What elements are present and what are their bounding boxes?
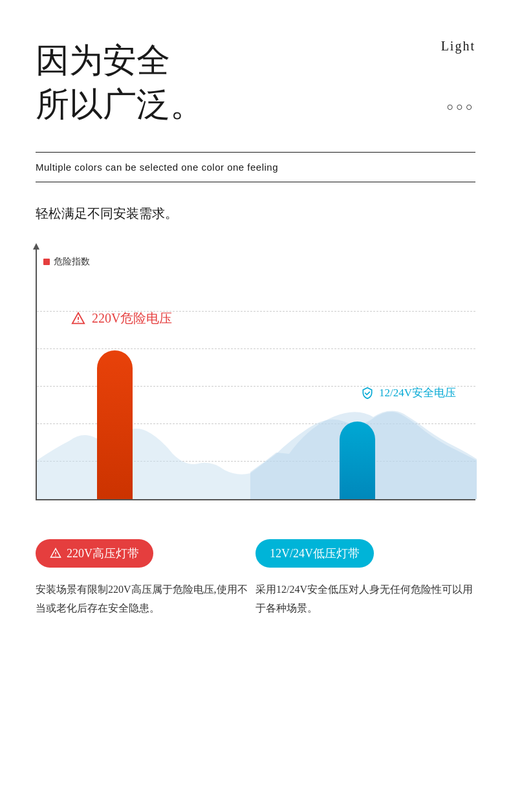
description-section: 轻松满足不同安装需求。 bbox=[0, 182, 511, 235]
page-container: 因为安全 所以广泛。 Light ○○○ Multiple colors can… bbox=[0, 0, 511, 812]
description-text: 轻松满足不同安装需求。 bbox=[36, 205, 475, 222]
badge-12v: 12V/24V低压灯带 bbox=[256, 539, 374, 568]
danger-index-label: 危险指数 bbox=[43, 256, 90, 268]
badge-warning-icon bbox=[50, 548, 61, 559]
voltage-12-label: 12/24V安全电压 bbox=[361, 385, 456, 400]
top-hr bbox=[36, 152, 475, 153]
svg-point-1 bbox=[78, 321, 79, 322]
svg-point-3 bbox=[55, 555, 56, 557]
danger-dot bbox=[43, 259, 50, 265]
badges-section: 220V高压灯带 安装场景有限制220V高压属于危险电压,使用不当或老化后存在安… bbox=[0, 539, 511, 637]
blue-bar bbox=[340, 422, 375, 499]
main-title: 因为安全 所以广泛。 bbox=[36, 39, 475, 126]
red-bar bbox=[97, 350, 133, 499]
subtitle-text: Multiple colors can be selected one colo… bbox=[36, 162, 475, 173]
divider-section: Multiple colors can be selected one colo… bbox=[0, 126, 511, 182]
badge-left: 220V高压灯带 安装场景有限制220V高压属于危险电压,使用不当或老化后存在安… bbox=[36, 539, 256, 618]
dots-decoration: ○○○ bbox=[446, 100, 475, 114]
header-section: 因为安全 所以广泛。 Light ○○○ bbox=[0, 0, 511, 126]
badge-220v: 220V高压灯带 bbox=[36, 539, 153, 568]
voltage-220-label: 220V危险电压 bbox=[71, 310, 172, 327]
chart-container: 危险指数 bbox=[36, 248, 475, 520]
x-axis bbox=[36, 499, 475, 500]
warning-triangle-icon bbox=[71, 312, 85, 326]
brand-label: Light bbox=[441, 39, 475, 54]
badge-220v-desc: 安装场景有限制220V高压属于危险电压,使用不当或老化后存在安全隐患。 bbox=[36, 581, 256, 618]
badge-12v-desc: 采用12/24V安全低压对人身无任何危险性可以用于各种场景。 bbox=[256, 581, 475, 618]
chart-section: 危险指数 bbox=[0, 235, 511, 539]
shield-icon bbox=[361, 387, 374, 400]
badge-right: 12V/24V低压灯带 采用12/24V安全低压对人身无任何危险性可以用于各种场… bbox=[256, 539, 475, 618]
grid-line-4 bbox=[37, 348, 475, 349]
